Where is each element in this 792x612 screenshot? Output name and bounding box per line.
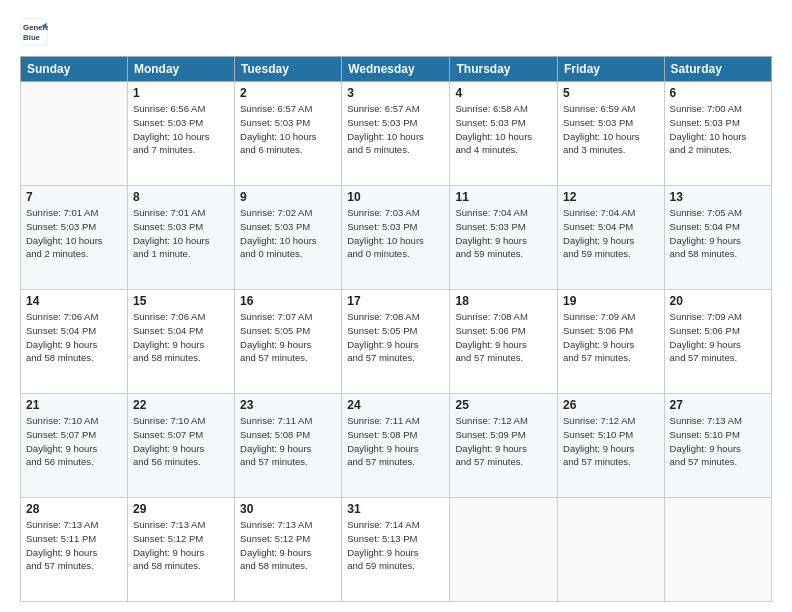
- calendar-cell: [558, 498, 665, 602]
- day-number: 25: [455, 398, 552, 412]
- calendar-cell: 5Sunrise: 6:59 AM Sunset: 5:03 PM Daylig…: [558, 82, 665, 186]
- logo-icon: General Blue: [20, 18, 48, 46]
- calendar-cell: 15Sunrise: 7:06 AM Sunset: 5:04 PM Dayli…: [127, 290, 234, 394]
- day-info: Sunrise: 7:08 AM Sunset: 5:05 PM Dayligh…: [347, 310, 444, 365]
- calendar-cell: 6Sunrise: 7:00 AM Sunset: 5:03 PM Daylig…: [664, 82, 771, 186]
- calendar-cell: 30Sunrise: 7:13 AM Sunset: 5:12 PM Dayli…: [235, 498, 342, 602]
- day-info: Sunrise: 7:10 AM Sunset: 5:07 PM Dayligh…: [133, 414, 229, 469]
- calendar-cell: 13Sunrise: 7:05 AM Sunset: 5:04 PM Dayli…: [664, 186, 771, 290]
- calendar-cell: 22Sunrise: 7:10 AM Sunset: 5:07 PM Dayli…: [127, 394, 234, 498]
- day-info: Sunrise: 7:14 AM Sunset: 5:13 PM Dayligh…: [347, 518, 444, 573]
- day-info: Sunrise: 7:03 AM Sunset: 5:03 PM Dayligh…: [347, 206, 444, 261]
- day-number: 9: [240, 190, 336, 204]
- day-number: 30: [240, 502, 336, 516]
- day-info: Sunrise: 7:13 AM Sunset: 5:11 PM Dayligh…: [26, 518, 122, 573]
- day-number: 12: [563, 190, 659, 204]
- day-number: 5: [563, 86, 659, 100]
- calendar: SundayMondayTuesdayWednesdayThursdayFrid…: [20, 56, 772, 602]
- day-info: Sunrise: 7:11 AM Sunset: 5:08 PM Dayligh…: [347, 414, 444, 469]
- day-number: 28: [26, 502, 122, 516]
- day-number: 24: [347, 398, 444, 412]
- page: General Blue SundayMondayTuesdayWednesda…: [0, 0, 792, 612]
- day-info: Sunrise: 7:09 AM Sunset: 5:06 PM Dayligh…: [670, 310, 766, 365]
- day-info: Sunrise: 7:11 AM Sunset: 5:08 PM Dayligh…: [240, 414, 336, 469]
- calendar-cell: 9Sunrise: 7:02 AM Sunset: 5:03 PM Daylig…: [235, 186, 342, 290]
- calendar-cell: 16Sunrise: 7:07 AM Sunset: 5:05 PM Dayli…: [235, 290, 342, 394]
- day-number: 26: [563, 398, 659, 412]
- day-number: 11: [455, 190, 552, 204]
- day-info: Sunrise: 7:13 AM Sunset: 5:10 PM Dayligh…: [670, 414, 766, 469]
- calendar-cell: 29Sunrise: 7:13 AM Sunset: 5:12 PM Dayli…: [127, 498, 234, 602]
- col-header-friday: Friday: [558, 57, 665, 82]
- day-info: Sunrise: 7:07 AM Sunset: 5:05 PM Dayligh…: [240, 310, 336, 365]
- day-number: 29: [133, 502, 229, 516]
- day-number: 3: [347, 86, 444, 100]
- calendar-cell: 21Sunrise: 7:10 AM Sunset: 5:07 PM Dayli…: [21, 394, 128, 498]
- day-info: Sunrise: 7:09 AM Sunset: 5:06 PM Dayligh…: [563, 310, 659, 365]
- calendar-cell: 12Sunrise: 7:04 AM Sunset: 5:04 PM Dayli…: [558, 186, 665, 290]
- day-number: 1: [133, 86, 229, 100]
- calendar-cell: 3Sunrise: 6:57 AM Sunset: 5:03 PM Daylig…: [342, 82, 450, 186]
- day-number: 10: [347, 190, 444, 204]
- calendar-cell: 10Sunrise: 7:03 AM Sunset: 5:03 PM Dayli…: [342, 186, 450, 290]
- day-info: Sunrise: 7:02 AM Sunset: 5:03 PM Dayligh…: [240, 206, 336, 261]
- col-header-wednesday: Wednesday: [342, 57, 450, 82]
- svg-text:Blue: Blue: [23, 33, 41, 42]
- day-info: Sunrise: 7:12 AM Sunset: 5:10 PM Dayligh…: [563, 414, 659, 469]
- day-info: Sunrise: 7:08 AM Sunset: 5:06 PM Dayligh…: [455, 310, 552, 365]
- day-info: Sunrise: 6:59 AM Sunset: 5:03 PM Dayligh…: [563, 102, 659, 157]
- day-info: Sunrise: 7:04 AM Sunset: 5:04 PM Dayligh…: [563, 206, 659, 261]
- calendar-cell: 4Sunrise: 6:58 AM Sunset: 5:03 PM Daylig…: [450, 82, 558, 186]
- day-number: 23: [240, 398, 336, 412]
- header: General Blue: [20, 18, 772, 46]
- day-number: 6: [670, 86, 766, 100]
- logo: General Blue: [20, 18, 48, 46]
- day-info: Sunrise: 7:13 AM Sunset: 5:12 PM Dayligh…: [133, 518, 229, 573]
- calendar-cell: [21, 82, 128, 186]
- day-number: 17: [347, 294, 444, 308]
- day-number: 14: [26, 294, 122, 308]
- calendar-cell: 18Sunrise: 7:08 AM Sunset: 5:06 PM Dayli…: [450, 290, 558, 394]
- day-number: 22: [133, 398, 229, 412]
- day-number: 31: [347, 502, 444, 516]
- calendar-cell: 2Sunrise: 6:57 AM Sunset: 5:03 PM Daylig…: [235, 82, 342, 186]
- calendar-cell: 23Sunrise: 7:11 AM Sunset: 5:08 PM Dayli…: [235, 394, 342, 498]
- col-header-sunday: Sunday: [21, 57, 128, 82]
- calendar-cell: 17Sunrise: 7:08 AM Sunset: 5:05 PM Dayli…: [342, 290, 450, 394]
- col-header-thursday: Thursday: [450, 57, 558, 82]
- day-number: 7: [26, 190, 122, 204]
- col-header-saturday: Saturday: [664, 57, 771, 82]
- calendar-cell: 20Sunrise: 7:09 AM Sunset: 5:06 PM Dayli…: [664, 290, 771, 394]
- day-info: Sunrise: 7:10 AM Sunset: 5:07 PM Dayligh…: [26, 414, 122, 469]
- calendar-cell: 25Sunrise: 7:12 AM Sunset: 5:09 PM Dayli…: [450, 394, 558, 498]
- day-number: 8: [133, 190, 229, 204]
- day-info: Sunrise: 7:04 AM Sunset: 5:03 PM Dayligh…: [455, 206, 552, 261]
- calendar-cell: 27Sunrise: 7:13 AM Sunset: 5:10 PM Dayli…: [664, 394, 771, 498]
- calendar-cell: 8Sunrise: 7:01 AM Sunset: 5:03 PM Daylig…: [127, 186, 234, 290]
- day-number: 21: [26, 398, 122, 412]
- day-info: Sunrise: 7:05 AM Sunset: 5:04 PM Dayligh…: [670, 206, 766, 261]
- calendar-cell: 24Sunrise: 7:11 AM Sunset: 5:08 PM Dayli…: [342, 394, 450, 498]
- day-info: Sunrise: 7:01 AM Sunset: 5:03 PM Dayligh…: [26, 206, 122, 261]
- day-info: Sunrise: 6:58 AM Sunset: 5:03 PM Dayligh…: [455, 102, 552, 157]
- calendar-cell: 11Sunrise: 7:04 AM Sunset: 5:03 PM Dayli…: [450, 186, 558, 290]
- day-number: 20: [670, 294, 766, 308]
- day-number: 15: [133, 294, 229, 308]
- day-number: 27: [670, 398, 766, 412]
- day-number: 2: [240, 86, 336, 100]
- calendar-cell: 7Sunrise: 7:01 AM Sunset: 5:03 PM Daylig…: [21, 186, 128, 290]
- day-number: 18: [455, 294, 552, 308]
- day-info: Sunrise: 7:01 AM Sunset: 5:03 PM Dayligh…: [133, 206, 229, 261]
- calendar-cell: 26Sunrise: 7:12 AM Sunset: 5:10 PM Dayli…: [558, 394, 665, 498]
- day-number: 4: [455, 86, 552, 100]
- day-info: Sunrise: 7:06 AM Sunset: 5:04 PM Dayligh…: [26, 310, 122, 365]
- day-info: Sunrise: 6:56 AM Sunset: 5:03 PM Dayligh…: [133, 102, 229, 157]
- day-info: Sunrise: 7:13 AM Sunset: 5:12 PM Dayligh…: [240, 518, 336, 573]
- day-number: 13: [670, 190, 766, 204]
- day-number: 16: [240, 294, 336, 308]
- col-header-tuesday: Tuesday: [235, 57, 342, 82]
- calendar-cell: 28Sunrise: 7:13 AM Sunset: 5:11 PM Dayli…: [21, 498, 128, 602]
- calendar-cell: 19Sunrise: 7:09 AM Sunset: 5:06 PM Dayli…: [558, 290, 665, 394]
- day-info: Sunrise: 7:12 AM Sunset: 5:09 PM Dayligh…: [455, 414, 552, 469]
- day-info: Sunrise: 6:57 AM Sunset: 5:03 PM Dayligh…: [347, 102, 444, 157]
